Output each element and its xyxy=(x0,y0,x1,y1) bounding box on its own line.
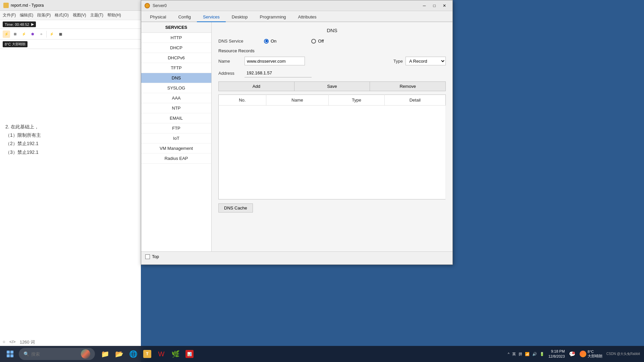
content-line4: （3）禁止192.1 xyxy=(5,148,136,157)
taskbar-search-icon xyxy=(81,349,90,359)
weather-desc: 大部晴朗 xyxy=(588,354,602,359)
name-type-row: Name Type A Record CNAME NS MX AAAA xyxy=(218,57,446,65)
menu-view[interactable]: 视图(V) xyxy=(73,12,86,18)
dialog-titlebar: Server0 ─ □ ✕ xyxy=(141,0,452,11)
type-select[interactable]: A Record CNAME NS MX AAAA xyxy=(406,57,446,65)
records-table: No. Name Type Detail xyxy=(218,95,446,199)
link-icon[interactable]: ○ xyxy=(38,31,45,38)
ime-en[interactable]: 英 xyxy=(512,352,516,357)
battery-icon[interactable]: 🔋 xyxy=(540,352,544,356)
bold-icon[interactable]: ⚡ xyxy=(3,31,10,38)
maximize-button[interactable]: □ xyxy=(430,2,439,9)
col-detail: Detail xyxy=(384,95,445,106)
service-email[interactable]: EMAIL xyxy=(141,113,211,123)
dns-title: DNS xyxy=(218,27,446,33)
menu-format[interactable]: 格式(O) xyxy=(55,12,68,18)
wifi-icon[interactable]: 📶 xyxy=(525,352,530,356)
service-syslog[interactable]: SYSLOG xyxy=(141,83,211,93)
content-line1: 2. 在此基础上， xyxy=(5,123,136,131)
word-count: 1260 词 xyxy=(20,339,35,345)
clock-date: 12/8/2023 xyxy=(548,354,565,359)
menu-help[interactable]: 帮助(H) xyxy=(107,12,121,18)
address-row: Address xyxy=(218,69,446,77)
weather-info: 8°C 大部晴朗 xyxy=(588,350,602,359)
service-vm[interactable]: VM Management xyxy=(141,143,211,154)
radio-on-option[interactable]: On xyxy=(264,39,276,44)
tab-desktop[interactable]: Desktop xyxy=(226,12,254,22)
weather-icon xyxy=(580,351,586,357)
tab-physical[interactable]: Physical xyxy=(144,12,172,22)
taskbar-typora-icon[interactable]: T xyxy=(141,348,153,360)
service-dhcpv6[interactable]: DHCPv6 xyxy=(141,53,211,63)
ime-pin[interactable]: 拼 xyxy=(519,352,522,357)
address-input[interactable] xyxy=(245,69,312,77)
service-ntp[interactable]: NTP xyxy=(141,103,211,113)
play-icon[interactable]: ▶ xyxy=(31,22,34,26)
top-checkbox-label[interactable]: Top xyxy=(145,254,159,259)
win-logo-q3 xyxy=(7,354,10,357)
services-list: SERVICES HTTP DHCP DHCPv6 TFTP DNS SYSLO… xyxy=(141,22,212,251)
services-header: SERVICES xyxy=(141,22,211,33)
weather-temp: 8°C xyxy=(588,350,602,354)
search-icon: 🔍 xyxy=(23,351,29,357)
dns-service-label: DNS Service xyxy=(218,39,259,44)
lightning-icon[interactable]: ⚡ xyxy=(48,31,55,38)
volume-icon[interactable]: 🔊 xyxy=(532,352,537,356)
taskbar-edge-icon[interactable]: 🌐 xyxy=(127,348,139,360)
dialog-bottom: Top xyxy=(141,251,452,261)
table-icon[interactable]: ⊞ xyxy=(11,31,19,38)
close-button[interactable]: ✕ xyxy=(440,2,449,9)
taskbar-wps-icon[interactable]: W xyxy=(155,348,167,360)
services-scroll[interactable]: HTTP DHCP DHCPv6 TFTP DNS SYSLOG AAA NTP… xyxy=(141,33,211,251)
taskbar-app2-icon[interactable]: 📊 xyxy=(183,348,196,360)
tab-attributes[interactable]: Attributes xyxy=(292,12,323,22)
menu-para[interactable]: 段落(P) xyxy=(37,12,51,18)
save-button[interactable]: Save xyxy=(294,82,370,91)
top-checkbox[interactable] xyxy=(145,254,150,259)
tab-programming[interactable]: Programming xyxy=(254,12,292,22)
grid-icon[interactable]: ▦ xyxy=(57,31,64,38)
radio-off-circle[interactable] xyxy=(311,39,316,44)
minimize-button[interactable]: ─ xyxy=(420,2,429,9)
service-aaa[interactable]: AAA xyxy=(141,93,211,103)
tab-services[interactable]: Services xyxy=(197,12,226,22)
menu-theme[interactable]: 主题(T) xyxy=(90,12,103,18)
name-input[interactable] xyxy=(245,57,305,65)
radio-off-option[interactable]: Off xyxy=(311,39,324,44)
menu-file[interactable]: 文件(F) xyxy=(3,12,16,18)
add-button[interactable]: Add xyxy=(219,82,294,91)
win-logo-q4 xyxy=(10,354,13,357)
system-clock[interactable]: 9:18 PM 12/8/2023 xyxy=(548,349,565,359)
dialog-title: Server0 xyxy=(153,3,420,8)
notification-area[interactable]: 💬 xyxy=(569,351,576,357)
italic-icon[interactable]: ⚡ xyxy=(20,31,28,38)
taskbar-files-icon[interactable]: 📁 xyxy=(99,348,111,360)
typora-content: 2. 在此基础上， （1）限制所有主 （2）禁止192.1 （3）禁止192.1 xyxy=(0,49,141,163)
menu-edit[interactable]: 编辑(E) xyxy=(20,12,33,18)
typora-menubar: 文件(F) 编辑(E) 段落(P) 格式(O) 视图(V) 主题(T) 帮助(H… xyxy=(0,11,141,20)
content-line2: （1）限制所有主 xyxy=(5,131,136,139)
win-logo-q1 xyxy=(7,351,10,354)
radio-on-circle[interactable] xyxy=(264,39,269,44)
service-ftp[interactable]: FTP xyxy=(141,123,211,133)
server-dialog: Server0 ─ □ ✕ Physical Config Services D… xyxy=(141,0,453,265)
taskbar-search[interactable]: 🔍 xyxy=(19,348,95,360)
service-iot[interactable]: IoT xyxy=(141,133,211,143)
radio-on-label: On xyxy=(271,39,276,44)
search-input[interactable] xyxy=(31,352,78,357)
taskbar-app-icon[interactable]: 🌿 xyxy=(169,348,181,360)
taskbar-folder-icon[interactable]: 📂 xyxy=(113,348,125,360)
dns-cache-button[interactable]: DNS Cache xyxy=(218,203,253,213)
strike-icon[interactable]: ⬟ xyxy=(29,31,36,38)
dns-service-row: DNS Service On Off xyxy=(218,39,446,44)
service-dns[interactable]: DNS xyxy=(141,73,211,83)
service-http[interactable]: HTTP xyxy=(141,33,211,43)
service-radius[interactable]: Radius EAP xyxy=(141,154,211,164)
remove-button[interactable]: Remove xyxy=(370,82,445,91)
service-dhcp[interactable]: DHCP xyxy=(141,43,211,53)
col-no: No. xyxy=(219,95,266,106)
tab-config[interactable]: Config xyxy=(172,12,197,22)
start-button[interactable] xyxy=(4,348,16,360)
tray-chevron[interactable]: ^ xyxy=(508,352,509,356)
service-tftp[interactable]: TFTP xyxy=(141,63,211,73)
